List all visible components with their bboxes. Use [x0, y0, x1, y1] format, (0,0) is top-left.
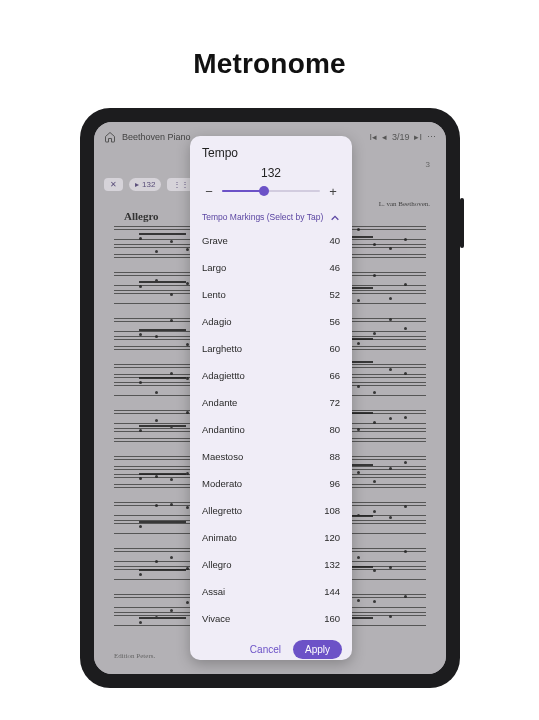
slider-fill [222, 190, 264, 192]
tablet-frame: Beethoven Piano I◂ ◂ 3/19 ▸I ⋯ 3 ✕ ▸ 132… [80, 108, 460, 688]
slider-thumb[interactable] [259, 186, 269, 196]
tempo-row-label: Andante [202, 397, 237, 408]
composer-label: L. van Beethoven. [379, 200, 430, 208]
tempo-row-label: Adagio [202, 316, 232, 327]
tempo-row-bpm: 120 [324, 532, 340, 543]
tempo-row[interactable]: Andantino80 [202, 416, 340, 443]
tempo-value: 132 [190, 166, 352, 180]
tempo-row[interactable]: Allegro132 [202, 551, 340, 578]
tempo-row-label: Maestoso [202, 451, 243, 462]
edition-label: Edition Peters. [114, 652, 155, 660]
tempo-row-bpm: 60 [329, 343, 340, 354]
apply-button[interactable]: Apply [293, 640, 342, 659]
tempo-markings-header[interactable]: Tempo Markings (Select by Tap) [190, 206, 352, 227]
toolbar-bpm: 132 [142, 180, 155, 189]
tempo-row-bpm: 108 [324, 505, 340, 516]
tempo-slider[interactable] [222, 185, 320, 197]
tempo-modal: Tempo 132 − + Tempo Markings (Select by … [190, 136, 352, 660]
tempo-row-label: Grave [202, 235, 228, 246]
tempo-row-bpm: 144 [324, 586, 340, 597]
tempo-row-bpm: 160 [324, 613, 340, 624]
sheet-page-number: 3 [426, 160, 430, 169]
tempo-row-bpm: 46 [329, 262, 340, 273]
tempo-row[interactable]: Largo46 [202, 254, 340, 281]
page-next-icon[interactable]: ▸I [414, 132, 422, 142]
page-first-icon[interactable]: I◂ [369, 132, 377, 142]
tempo-row[interactable]: Animato120 [202, 524, 340, 551]
tablet-screen: Beethoven Piano I◂ ◂ 3/19 ▸I ⋯ 3 ✕ ▸ 132… [94, 122, 446, 674]
tempo-row-label: Largo [202, 262, 226, 273]
tempo-markings-label: Tempo Markings (Select by Tap) [202, 212, 330, 223]
more-icon[interactable]: ⋯ [427, 132, 436, 142]
tempo-row-label: Allegretto [202, 505, 242, 516]
tempo-row-bpm: 132 [324, 559, 340, 570]
tempo-row-bpm: 52 [329, 289, 340, 300]
tempo-row-label: Assai [202, 586, 225, 597]
tempo-row[interactable]: Larghetto60 [202, 335, 340, 362]
tempo-row[interactable]: Lento52 [202, 281, 340, 308]
tempo-row-bpm: 56 [329, 316, 340, 327]
tempo-row-label: Lento [202, 289, 226, 300]
tempo-row-label: Moderato [202, 478, 242, 489]
cancel-button[interactable]: Cancel [246, 640, 285, 659]
modal-footer: Cancel Apply [190, 632, 352, 660]
piece-title: Beethoven Piano [122, 132, 191, 142]
tempo-row-label: Andantino [202, 424, 245, 435]
tempo-row[interactable]: Adagio56 [202, 308, 340, 335]
tempo-row-bpm: 72 [329, 397, 340, 408]
page-prev-icon[interactable]: ◂ [382, 132, 387, 142]
play-bpm-chip[interactable]: ▸ 132 [129, 178, 161, 191]
tempo-row-label: Larghetto [202, 343, 242, 354]
tempo-row-label: Animato [202, 532, 237, 543]
play-icon: ▸ [135, 180, 139, 189]
page-title: Metronome [0, 48, 539, 80]
tempo-row-bpm: 88 [329, 451, 340, 462]
chevron-up-icon [330, 213, 340, 223]
modal-title: Tempo [190, 136, 352, 164]
tempo-row[interactable]: Vivace160 [202, 605, 340, 632]
tempo-row[interactable]: Allegretto108 [202, 497, 340, 524]
home-icon[interactable] [104, 131, 116, 143]
tempo-row[interactable]: Assai144 [202, 578, 340, 605]
tempo-row[interactable]: Grave40 [202, 227, 340, 254]
tempo-marking-label: Allegro [124, 210, 159, 222]
tempo-decrement-button[interactable]: − [202, 184, 216, 198]
tempo-markings-list: Grave40Largo46Lento52Adagio56Larghetto60… [190, 227, 352, 632]
tempo-increment-button[interactable]: + [326, 184, 340, 198]
tempo-row[interactable]: Adagiettto66 [202, 362, 340, 389]
tempo-row-label: Vivace [202, 613, 230, 624]
tempo-row[interactable]: Maestoso88 [202, 443, 340, 470]
tempo-slider-row: − + [190, 180, 352, 206]
tempo-row[interactable]: Andante72 [202, 389, 340, 416]
tempo-row-bpm: 80 [329, 424, 340, 435]
tempo-row-bpm: 66 [329, 370, 340, 381]
tempo-row-bpm: 40 [329, 235, 340, 246]
playback-toolbar: ✕ ▸ 132 ⋮⋮ [104, 178, 195, 191]
page-indicator: 3/19 [392, 132, 410, 142]
tempo-row-bpm: 96 [329, 478, 340, 489]
tempo-row-label: Adagiettto [202, 370, 245, 381]
tempo-row-label: Allegro [202, 559, 232, 570]
tempo-row[interactable]: Moderato96 [202, 470, 340, 497]
close-button[interactable]: ✕ [104, 178, 123, 191]
